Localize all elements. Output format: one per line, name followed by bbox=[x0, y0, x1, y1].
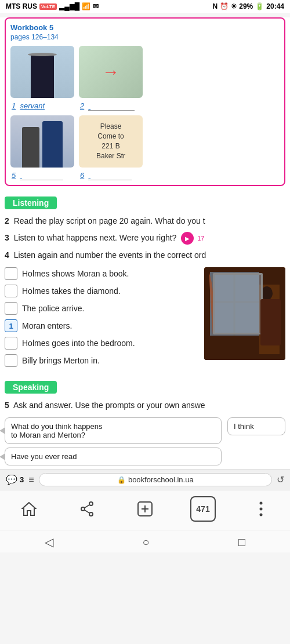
browser-address-bar[interactable]: 🔒 bookforschool.in.ua bbox=[39, 473, 272, 486]
bubble-right-1: I think bbox=[227, 417, 285, 435]
workbook-section: Workbook 5 pages 126–134 1 servant 2 Ple… bbox=[5, 17, 285, 186]
event-text-5: Holmes goes into the bedroom. bbox=[22, 339, 135, 348]
lock-icon: 🔒 bbox=[117, 476, 126, 484]
email-icon: ✉ bbox=[93, 2, 99, 10]
number-labels-1: 1 servant 2 bbox=[10, 101, 280, 111]
home-button[interactable]: ○ bbox=[142, 536, 149, 549]
event-checkbox-4[interactable]: 1 bbox=[5, 319, 17, 332]
browser-bar: 💬 3 ≡ 🔒 bookforschool.in.ua ↺ bbox=[0, 469, 290, 490]
exercise-5: 5 Ask and answer. Use the prompts or you… bbox=[0, 397, 290, 414]
wifi-icon: 📶 bbox=[82, 2, 90, 10]
status-right: N ⏰ ✳ 29% 🔋 20:44 bbox=[213, 2, 284, 10]
event-checkbox-1[interactable] bbox=[5, 267, 17, 280]
bubble-left-2-text: Have you ever read bbox=[11, 452, 77, 461]
ex3-num: 3 bbox=[5, 233, 9, 242]
ex4-num: 4 bbox=[5, 250, 9, 260]
nfc-icon: N bbox=[213, 2, 218, 10]
comment-icon: 💬 bbox=[6, 474, 17, 485]
num-1: 1 bbox=[12, 101, 16, 110]
bottom-nav: 471 bbox=[0, 490, 290, 530]
tab-group[interactable]: 💬 3 bbox=[6, 474, 24, 485]
ex2-text: Read the play script on page 20 again. W… bbox=[14, 216, 205, 225]
listening-header: Listening bbox=[5, 197, 57, 209]
event-checkbox-2[interactable] bbox=[5, 285, 17, 297]
images-row-1 bbox=[10, 46, 280, 98]
battery-icon: 🔋 bbox=[255, 2, 264, 10]
event-text-4: Moran enters. bbox=[22, 321, 72, 330]
event-checkbox-5[interactable] bbox=[5, 337, 17, 350]
exercise-3: 3 Listen to what happens next. Were you … bbox=[0, 230, 290, 247]
exercise-2: 2 Read the play script on page 20 again.… bbox=[0, 213, 290, 230]
svg-point-18 bbox=[260, 514, 263, 516]
events-list: Holmes shows Moran a book. Holmes takes … bbox=[5, 267, 198, 372]
workbook-label: Workbook 5 bbox=[10, 23, 280, 32]
event-item-5: Holmes goes into the bedroom. bbox=[5, 337, 198, 350]
left-bubbles: What do you think happensto Moran and Me… bbox=[5, 417, 222, 465]
ex3-text: Listen to what happens next. Were you ri… bbox=[14, 233, 177, 242]
svg-point-6 bbox=[261, 286, 273, 300]
ex5-text: Ask and answer. Use the prompts or your … bbox=[13, 401, 205, 410]
speaking-header: Speaking bbox=[5, 381, 57, 394]
audio-num: 17 bbox=[197, 235, 204, 242]
more-options-button[interactable] bbox=[248, 496, 274, 522]
svg-point-16 bbox=[260, 502, 263, 505]
reload-icon[interactable]: ↺ bbox=[277, 474, 284, 485]
main-content: Workbook 5 pages 126–134 1 servant 2 Ple… bbox=[0, 17, 290, 469]
share-icon[interactable] bbox=[74, 496, 100, 522]
bubble-left-2: Have you ever read bbox=[5, 447, 222, 465]
url-text: bookforschool.in.ua bbox=[128, 475, 194, 484]
note-text: PleaseCome to221 BBaker Str bbox=[96, 122, 125, 161]
event-text-2: Holmes takes the diamond. bbox=[22, 286, 121, 296]
tab-count: 471 bbox=[196, 504, 209, 514]
event-text-1: Holmes shows Moran a book. bbox=[22, 269, 129, 278]
word-servant: servant bbox=[20, 101, 45, 110]
ex2-num: 2 bbox=[5, 216, 9, 225]
volte-badge: VoLTE bbox=[39, 3, 57, 10]
clock: 20:44 bbox=[266, 2, 284, 10]
svg-point-8 bbox=[89, 502, 93, 505]
workbook-pages: pages 126–134 bbox=[10, 33, 280, 41]
event-text-6: Billy brings Merton in. bbox=[22, 356, 100, 365]
label-2: 2 bbox=[80, 101, 144, 111]
event-text-3: The police arrive. bbox=[22, 304, 84, 313]
svg-line-12 bbox=[85, 510, 89, 513]
svg-line-11 bbox=[85, 505, 89, 508]
event-checkbox-6[interactable] bbox=[5, 354, 17, 367]
comment-count: 3 bbox=[20, 475, 24, 484]
recents-button[interactable]: □ bbox=[238, 536, 245, 549]
num-5: 5 bbox=[12, 171, 16, 180]
format-icon[interactable]: ≡ bbox=[28, 475, 34, 485]
speech-bubbles: What do you think happensto Moran and Me… bbox=[0, 414, 290, 469]
label-5: 5 bbox=[12, 171, 75, 180]
svg-rect-5 bbox=[262, 296, 265, 331]
status-left: MTS RUS VoLTE ▂▄▆█ 📶 ✉ bbox=[6, 2, 99, 10]
event-item-6: Billy brings Merton in. bbox=[5, 354, 198, 367]
note-image: PleaseCome to221 BBaker Str bbox=[79, 115, 143, 168]
add-tab-button[interactable] bbox=[132, 496, 158, 522]
tab-count-button[interactable]: 471 bbox=[190, 496, 216, 522]
label-1: 1 servant bbox=[12, 101, 75, 111]
battery-level: 29% bbox=[239, 2, 253, 10]
svg-point-17 bbox=[260, 508, 263, 511]
images-row-2: PleaseCome to221 BBaker Str bbox=[10, 115, 280, 168]
svg-point-9 bbox=[81, 507, 85, 511]
bluetooth-icon: ✳ bbox=[231, 2, 237, 10]
alarm-icon: ⏰ bbox=[220, 2, 229, 10]
status-bar: MTS RUS VoLTE ▂▄▆█ 📶 ✉ N ⏰ ✳ 29% 🔋 20:44 bbox=[0, 0, 290, 13]
police-image bbox=[10, 115, 74, 168]
svg-point-10 bbox=[89, 512, 93, 516]
svg-rect-1 bbox=[210, 272, 259, 336]
num-2: 2 bbox=[80, 101, 84, 110]
svg-rect-7 bbox=[262, 300, 274, 329]
scene-image bbox=[204, 267, 285, 360]
ex4-text: Listen again and number the events in th… bbox=[14, 250, 206, 260]
home-icon[interactable] bbox=[16, 496, 42, 522]
signal-icon: ▂▄▆█ bbox=[59, 2, 79, 10]
number-labels-2: 5 6 bbox=[10, 171, 280, 180]
audio-icon[interactable]: ▶ bbox=[181, 232, 194, 245]
bubble-left-1: What do you think happensto Moran and Me… bbox=[5, 417, 222, 444]
arrow-image bbox=[79, 46, 143, 98]
back-button[interactable]: ◁ bbox=[45, 535, 53, 549]
bubble-left-1-text: What do you think happensto Moran and Me… bbox=[11, 422, 103, 439]
event-checkbox-3[interactable] bbox=[5, 302, 17, 315]
